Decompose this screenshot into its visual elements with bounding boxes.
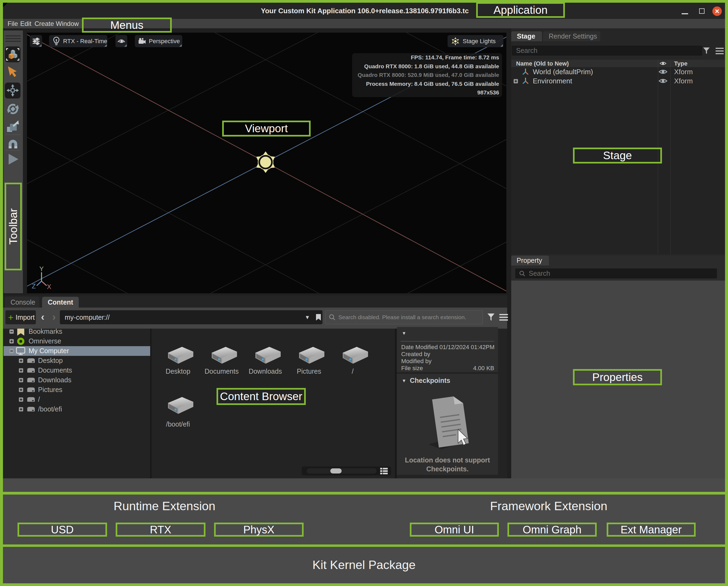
svg-text:Documents: Documents bbox=[38, 366, 72, 374]
svg-text:Downloads: Downloads bbox=[38, 376, 72, 384]
svg-text:Bookmarks: Bookmarks bbox=[29, 328, 62, 335]
svg-text:Y: Y bbox=[40, 265, 44, 272]
svg-text:Xform: Xform bbox=[674, 77, 693, 85]
svg-text:World (defaultPrim): World (defaultPrim) bbox=[533, 68, 593, 76]
svg-text:Pictures: Pictures bbox=[38, 386, 62, 393]
svg-text:Z: Z bbox=[32, 283, 36, 290]
svg-text:X: X bbox=[47, 283, 51, 290]
svg-text:/: / bbox=[38, 395, 40, 403]
svg-text:My Computer: My Computer bbox=[29, 347, 69, 355]
svg-text:Omniverse: Omniverse bbox=[29, 337, 61, 345]
svg-text:Desktop: Desktop bbox=[38, 357, 63, 364]
svg-text:/boot/efi: /boot/efi bbox=[38, 405, 62, 413]
svg-text:Xform: Xform bbox=[674, 68, 693, 76]
svg-text:Environment: Environment bbox=[533, 77, 572, 85]
